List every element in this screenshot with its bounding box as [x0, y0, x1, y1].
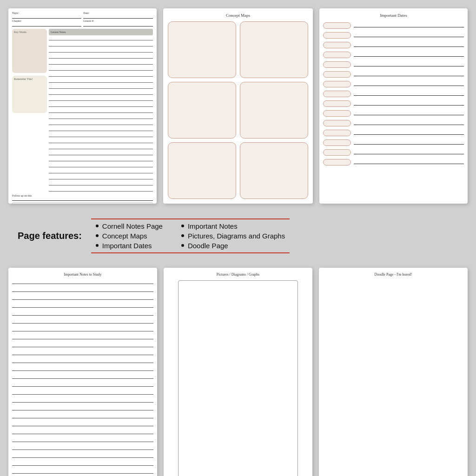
date-pill: [323, 22, 351, 29]
note-line: [49, 116, 153, 119]
feature-label-notes: Important Notes: [188, 222, 238, 230]
date-row: [323, 149, 464, 156]
imp-note-line: [12, 391, 153, 395]
note-line: [49, 158, 153, 161]
note-line: [49, 182, 153, 185]
concept-box-3: [168, 82, 236, 139]
important-notes-title: Important Notes to Study: [12, 272, 153, 277]
note-line: [49, 86, 153, 89]
date-pill: [323, 120, 351, 126]
imp-note-line: [12, 407, 153, 410]
note-line: [49, 188, 153, 192]
topic-label: Topic:: [12, 12, 19, 14]
cornell-left-col: Key Words Remember This!: [12, 29, 47, 192]
date-row: [323, 52, 464, 58]
cornell-header-left: Topic: Chapter:: [12, 12, 81, 26]
date-row: [323, 159, 464, 165]
date-row: [323, 22, 464, 29]
feature-item-doodle: Doodle Page: [181, 242, 285, 250]
note-line: [49, 146, 153, 149]
imp-note-line: [12, 336, 153, 339]
follow-up-label: Follow up on this: [12, 194, 32, 197]
date-row: [323, 110, 464, 117]
concept-maps-title: Concept Maps: [168, 13, 309, 18]
feature-item-pictures: Pictures, Diagrams and Graphs: [181, 232, 285, 240]
imp-note-line: [12, 375, 153, 379]
cornell-body: Key Words Remember This! Lesson Notes: [12, 29, 153, 192]
imp-note-line: [12, 328, 153, 331]
bullet-icon: [181, 225, 184, 227]
date-line: [354, 63, 464, 66]
date-row: [323, 91, 464, 97]
date-pill: [323, 61, 351, 68]
imp-note-line: [12, 423, 153, 426]
main-container: Topic: Chapter: Date: Lesson #:: [0, 0, 476, 476]
important-notes-card: Important Notes to Study: [8, 268, 157, 476]
features-col-1: Cornell Notes Page Concept Maps Importan…: [96, 222, 163, 250]
bullet-icon: [96, 244, 99, 247]
feature-item-cornell: Cornell Notes Page: [96, 222, 163, 230]
concept-box-5: [168, 142, 236, 199]
date-line: [354, 131, 464, 135]
imp-note-line: [12, 359, 153, 363]
key-words-label: Key Words: [14, 31, 45, 33]
date-row: [323, 100, 464, 107]
cornell-header: Topic: Chapter: Date: Lesson #:: [12, 12, 153, 26]
date-pill: [323, 42, 351, 48]
note-line: [49, 67, 153, 71]
date-line: [354, 73, 464, 76]
cornell-right-col: Lesson Notes: [49, 29, 153, 192]
note-line: [49, 140, 153, 143]
note-line: [49, 104, 153, 107]
note-line: [49, 152, 153, 155]
page-features-section: Page features: Cornell Notes Page Concep…: [8, 218, 468, 253]
note-line: [49, 79, 153, 83]
imp-note-line: [12, 312, 153, 316]
cornell-header-right: Date: Lesson #:: [83, 12, 152, 26]
date-pill: [323, 71, 351, 78]
concept-box-2: [240, 21, 308, 78]
top-row: Topic: Chapter: Date: Lesson #:: [8, 8, 468, 204]
date-pill: [323, 81, 351, 87]
lesson-notes-label: Lesson Notes: [51, 31, 66, 33]
doodle-card: Doodle Page - I'm bored!: [319, 268, 468, 476]
date-row: [323, 61, 464, 68]
feature-label-dates: Important Dates: [102, 242, 152, 250]
imp-note-line: [12, 367, 153, 371]
note-line: [49, 134, 153, 137]
feature-label-pictures: Pictures, Diagrams and Graphs: [188, 232, 285, 240]
notes-lines-list: [12, 280, 153, 476]
feature-item-concept: Concept Maps: [96, 232, 163, 240]
note-line: [49, 73, 153, 77]
note-line: [49, 176, 153, 179]
follow-up-field: Follow up on this: [12, 195, 153, 201]
note-line: [49, 37, 153, 40]
date-line: [354, 112, 464, 115]
note-line: [49, 128, 153, 131]
pictures-card: Pictures / Diagrams / Graphs: [164, 268, 312, 476]
date-line: [354, 24, 464, 27]
summary-box: Lesson Summary: [12, 202, 153, 204]
imp-note-line: [12, 296, 153, 300]
pictures-box: [178, 280, 298, 476]
feature-item-dates: Important Dates: [96, 242, 163, 250]
date-line: [354, 141, 464, 145]
imp-note-line: [12, 304, 153, 308]
imp-note-line: [12, 470, 153, 474]
date-row: [323, 120, 464, 126]
date-field: Date:: [83, 12, 152, 19]
note-line: [49, 61, 153, 65]
page-features-label: Page features:: [18, 231, 82, 241]
important-dates-card: Important Dates: [319, 8, 468, 204]
chapter-label: Chapter:: [12, 20, 22, 22]
concept-box-1: [168, 21, 236, 78]
date-line: [354, 160, 464, 164]
date-line: [354, 102, 464, 106]
concept-maps-card: Concept Maps: [163, 8, 313, 204]
note-line: [49, 49, 153, 53]
note-line: [49, 110, 153, 113]
note-line: [49, 43, 153, 46]
date-row: [323, 42, 464, 48]
feature-label-concept: Concept Maps: [102, 232, 147, 240]
lesson-label: Lesson #:: [83, 20, 94, 22]
